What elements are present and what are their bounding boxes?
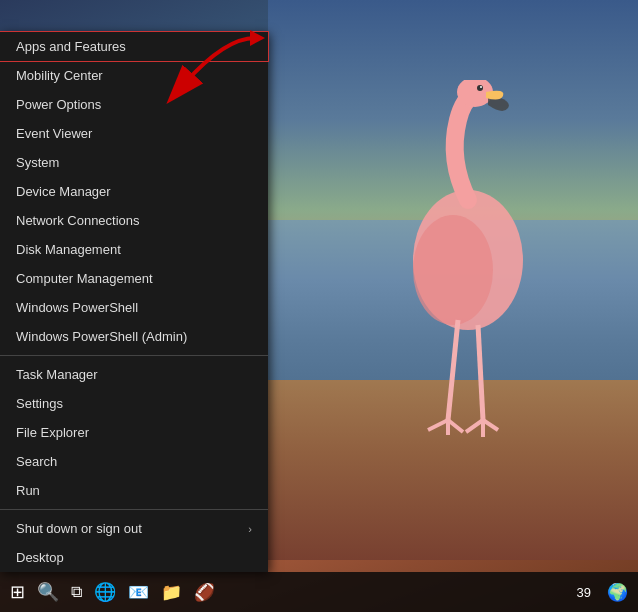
svg-line-9 <box>448 420 463 432</box>
svg-line-6 <box>478 325 483 420</box>
explorer-icon[interactable]: 📁 <box>155 576 188 608</box>
start-button[interactable]: ⊞ <box>4 576 31 608</box>
menu-item-device-manager[interactable]: Device Manager <box>0 177 268 206</box>
menu-item-computer-management[interactable]: Computer Management <box>0 264 268 293</box>
menu-item-powershell-admin[interactable]: Windows PowerShell (Admin) <box>0 322 268 351</box>
flamingo-image <box>358 80 578 500</box>
chrome-icon[interactable]: 🌍 <box>601 576 634 608</box>
svg-line-7 <box>428 420 448 430</box>
menu-item-desktop[interactable]: Desktop <box>0 543 268 572</box>
svg-line-5 <box>448 320 458 420</box>
mail-icon[interactable]: 📧 <box>122 576 155 608</box>
svg-point-4 <box>480 86 482 88</box>
menu-item-event-viewer[interactable]: Event Viewer <box>0 119 268 148</box>
football-icon[interactable]: 🏈 <box>188 576 221 608</box>
menu-item-run[interactable]: Run <box>0 476 268 505</box>
menu-item-power-options[interactable]: Power Options <box>0 90 268 119</box>
menu-item-search[interactable]: Search <box>0 447 268 476</box>
menu-item-apps-features[interactable]: Apps and Features <box>0 32 268 61</box>
menu-item-disk-management[interactable]: Disk Management <box>0 235 268 264</box>
svg-line-12 <box>483 420 498 430</box>
menu-item-powershell[interactable]: Windows PowerShell <box>0 293 268 322</box>
submenu-arrow-icon: › <box>248 523 252 535</box>
menu-item-settings[interactable]: Settings <box>0 389 268 418</box>
menu-item-network-connections[interactable]: Network Connections <box>0 206 268 235</box>
task-view[interactable]: ⧉ <box>65 576 88 608</box>
menu-item-shutdown[interactable]: Shut down or sign out › <box>0 514 268 543</box>
context-menu: Apps and Features Mobility Center Power … <box>0 32 268 572</box>
search-taskbar[interactable]: 🔍 <box>31 576 65 608</box>
taskbar-clock: 39 <box>577 585 599 600</box>
svg-point-3 <box>477 85 483 91</box>
separator-2 <box>0 509 268 510</box>
menu-item-task-manager[interactable]: Task Manager <box>0 360 268 389</box>
menu-item-file-explorer[interactable]: File Explorer <box>0 418 268 447</box>
edge-icon[interactable]: 🌐 <box>88 576 122 608</box>
menu-item-system[interactable]: System <box>0 148 268 177</box>
separator-1 <box>0 355 268 356</box>
taskbar: ⊞ 🔍 ⧉ 🌐 📧 📁 🏈 39 🌍 <box>0 572 638 612</box>
svg-point-1 <box>413 215 493 325</box>
svg-line-10 <box>466 420 483 432</box>
menu-item-mobility-center[interactable]: Mobility Center <box>0 61 268 90</box>
